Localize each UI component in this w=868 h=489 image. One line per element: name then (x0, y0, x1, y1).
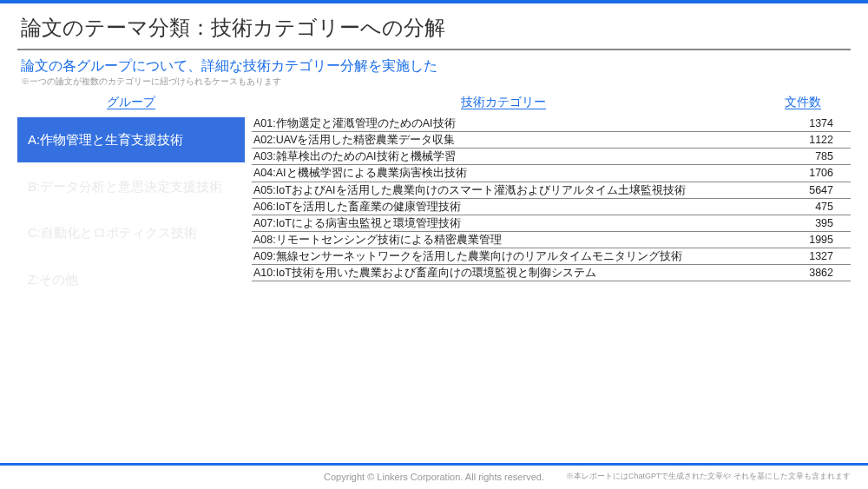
header-category: 技術カテゴリー (252, 95, 755, 112)
row-count: 1995 (755, 232, 851, 248)
table-row: A07:IoTによる病害虫監視と環境管理技術395 (252, 215, 851, 232)
row-count: 5647 (755, 182, 851, 198)
row-label: A10:IoT技術を用いた農業および畜産向けの環境監視と制御システム (252, 265, 755, 281)
table-row: A02:UAVを活用した精密農業データ収集1122 (252, 132, 851, 149)
row-label: A08:リモートセンシング技術による精密農業管理 (252, 232, 755, 248)
table-row: A09:無線センサーネットワークを活用した農業向けのリアルタイムモニタリング技術… (252, 248, 851, 265)
group-item[interactable]: A:作物管理と生育支援技術 (17, 117, 245, 162)
row-label: A06:IoTを活用した畜産業の健康管理技術 (252, 199, 755, 215)
group-item[interactable]: C:自動化とロボティクス技術 (17, 210, 245, 255)
row-label: A09:無線センサーネットワークを活用した農業向けのリアルタイムモニタリング技術 (252, 248, 755, 264)
row-count: 475 (755, 199, 851, 215)
table-row: A04:AIと機械学習による農業病害検出技術1706 (252, 165, 851, 182)
copyright: Copyright © Linkers Corporation. All rig… (324, 472, 544, 482)
row-label: A04:AIと機械学習による農業病害検出技術 (252, 165, 755, 181)
header-group: グループ (17, 95, 245, 112)
header-count: 文件数 (755, 95, 851, 112)
row-count: 1327 (755, 248, 851, 264)
group-item[interactable]: Z:その他 (17, 257, 245, 302)
page-title: 論文のテーマ分類：技術カテゴリーへの分解 (0, 3, 868, 49)
row-count: 395 (755, 215, 851, 231)
row-count: 785 (755, 149, 851, 164)
table-row: A03:雑草検出のためのAI技術と機械学習785 (252, 149, 851, 165)
row-count: 1374 (755, 116, 851, 131)
footer: Copyright © Linkers Corporation. All rig… (0, 463, 868, 484)
row-label: A01:作物選定と灌漑管理のためのAI技術 (252, 116, 755, 131)
row-label: A03:雑草検出のためのAI技術と機械学習 (252, 149, 755, 164)
subtitle: 論文の各グループについて、詳細な技術カテゴリー分解を実施した (0, 57, 868, 76)
table-row: A10:IoT技術を用いた農業および畜産向けの環境監視と制御システム3862 (252, 265, 851, 281)
row-label: A02:UAVを活用した精密農業データ収集 (252, 132, 755, 148)
table-row: A05:IoTおよびAIを活用した農業向けのスマート灌漑およびリアルタイム土壌監… (252, 182, 851, 199)
row-count: 3862 (755, 265, 851, 281)
note: ※一つの論文が複数のカテゴリーに紐づけられるケースもあります (0, 76, 868, 95)
row-label: A07:IoTによる病害虫監視と環境管理技術 (252, 215, 755, 231)
table-row: A06:IoTを活用した畜産業の健康管理技術475 (252, 199, 851, 215)
row-list: A01:作物選定と灌漑管理のためのAI技術1374A02:UAVを活用した精密農… (252, 116, 851, 281)
row-count: 1122 (755, 132, 851, 148)
footer-note: ※本レポートにはChatGPTで生成された文章や それを基にした文章も含まれます (566, 471, 851, 482)
group-item[interactable]: B:データ分析と意思決定支援技術 (17, 164, 245, 209)
table-row: A08:リモートセンシング技術による精密農業管理1995 (252, 232, 851, 248)
row-count: 1706 (755, 165, 851, 181)
table-row: A01:作物選定と灌漑管理のためのAI技術1374 (252, 116, 851, 132)
row-label: A05:IoTおよびAIを活用した農業向けのスマート灌漑およびリアルタイム土壌監… (252, 182, 755, 198)
group-list: A:作物管理と生育支援技術B:データ分析と意思決定支援技術C:自動化とロボティク… (17, 117, 245, 301)
